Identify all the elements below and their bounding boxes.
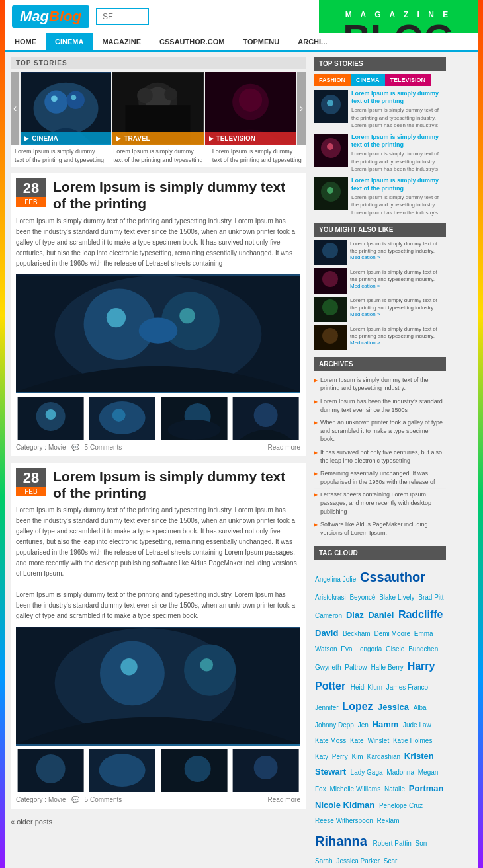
article-1-body: Lorem Ipsum is simply dummy text of the … — [16, 216, 300, 269]
tag[interactable]: Brad Pitt — [418, 594, 443, 601]
tag[interactable]: Winslet — [367, 737, 391, 744]
article-2-main-img — [16, 627, 300, 746]
tag[interactable]: Katie Holmes — [393, 737, 432, 744]
nav-home[interactable]: HOME — [5, 33, 46, 50]
read-more-2[interactable]: Read more — [268, 796, 300, 803]
logo[interactable]: MagBlog — [12, 5, 89, 28]
tag[interactable]: Reese Witherspoon — [315, 817, 375, 824]
tag[interactable]: Kardashian — [367, 753, 402, 760]
older-posts[interactable]: « older posts — [11, 815, 306, 828]
tag[interactable]: Jennifer — [315, 704, 340, 711]
you-might-title: YOU MIGHT ALSO LIKE — [314, 223, 446, 237]
article-2-thumbs — [16, 749, 300, 792]
tag[interactable]: Angelina Jolie — [315, 576, 358, 583]
tag[interactable]: Jude Law — [403, 721, 431, 729]
sidebar-story-1: Lorem Ipsum is simply dummy text of the … — [314, 90, 446, 129]
tag[interactable]: Gisele — [386, 645, 406, 652]
might-link-4[interactable]: Medication » — [350, 340, 446, 346]
tag[interactable]: Cameron — [315, 612, 344, 619]
might-link-1[interactable]: Medication » — [350, 255, 446, 260]
tag[interactable]: Watson — [315, 645, 339, 652]
tag[interactable]: Longoria — [356, 645, 384, 652]
sidebar-thumb-1 — [314, 90, 348, 123]
tab-cinema[interactable]: CINEMA — [351, 74, 385, 86]
tag[interactable]: Madonna — [386, 769, 416, 776]
archives-title: ARCHIVES — [314, 357, 446, 371]
television-label: TELEVISION — [205, 132, 296, 145]
tag[interactable]: Heidi Klum — [351, 684, 384, 691]
tag[interactable]: Kim — [351, 753, 365, 760]
tag[interactable]: Radcliffe — [398, 609, 443, 620]
might-text-4: Lorem Ipsum is simply dummy text of the … — [350, 325, 446, 350]
tag[interactable]: Blake Lively — [379, 594, 416, 601]
featured-television: TELEVISION — [205, 72, 296, 145]
tag[interactable]: James Franco — [386, 684, 428, 691]
might-thumb-2 — [314, 268, 347, 294]
search-box[interactable] — [96, 8, 149, 25]
tag[interactable]: Kate Moss — [315, 737, 348, 744]
sidebar-top-stories-title: TOP STORIES — [314, 57, 446, 71]
tag[interactable]: Beyoncé — [349, 594, 377, 601]
tag[interactable]: Reklam — [377, 817, 400, 824]
might-link-3[interactable]: Medication » — [350, 311, 446, 317]
tag[interactable]: Nicole Kidman — [315, 800, 377, 810]
archives-section: ARCHIVES ▶Lorem Ipsum is simply dummy te… — [314, 357, 446, 540]
article-1-footer: Category : Movie 💬 5 Comments Read more — [16, 444, 300, 451]
svg-point-14 — [238, 89, 261, 112]
tag[interactable]: Alba — [414, 704, 427, 711]
tag[interactable]: Jessica — [378, 702, 412, 712]
svg-point-40 — [36, 754, 66, 783]
tag[interactable]: Beckham — [343, 630, 372, 637]
might-link-2[interactable]: Medication » — [350, 283, 446, 289]
tag[interactable]: Portman — [409, 783, 444, 793]
sidebar-tabs: FASHION CINEMA TELEVISION — [314, 74, 446, 86]
might-text-3: Lorem Ipsum is simply dummy text of the … — [350, 297, 446, 322]
tag[interactable]: Lady Gaga — [351, 769, 385, 776]
tag[interactable]: Jen — [358, 721, 371, 729]
tag[interactable]: Aristokrasi — [315, 594, 347, 601]
tag[interactable]: Gwyneth — [315, 664, 343, 671]
tag[interactable]: Lopez — [342, 701, 376, 712]
tag[interactable]: David — [315, 628, 341, 638]
article-2-body: Lorem Ipsum is simply dummy text of the … — [16, 505, 300, 621]
tag[interactable]: Halle Berry — [371, 664, 405, 671]
nav-magazine[interactable]: MAGAZINE — [93, 33, 150, 50]
tag[interactable]: Eva — [341, 645, 354, 652]
sidebar-story-1-text: Lorem Ipsum is simply dummy text of the … — [351, 90, 446, 129]
nav-topmenu[interactable]: TOPMENU — [234, 33, 288, 50]
tab-television[interactable]: TELEVISION — [385, 74, 431, 86]
tab-fashion[interactable]: FASHION — [314, 74, 351, 86]
tag[interactable]: Daniel — [368, 610, 396, 620]
tag[interactable]: Michelle Williams — [329, 785, 382, 793]
tag[interactable]: Jessica Parker — [336, 857, 381, 865]
search-input[interactable] — [96, 8, 149, 25]
svg-point-5 — [71, 95, 77, 100]
tag[interactable]: Perry — [332, 753, 350, 760]
tag[interactable]: Johnny Depp — [315, 721, 356, 729]
nav-cssauthor[interactable]: CSSAUTHOR.COM — [150, 33, 234, 50]
tag[interactable]: Katy — [315, 753, 330, 760]
tag[interactable]: Penelope Cruz — [379, 802, 423, 809]
tag[interactable]: Demi Moore — [374, 630, 412, 637]
nav-archive[interactable]: ARCHI... — [288, 33, 336, 50]
tag[interactable]: Kate — [350, 737, 365, 744]
read-more-1[interactable]: Read more — [268, 444, 300, 451]
article-1-main-img — [16, 274, 300, 393]
tag[interactable]: Diaz — [346, 610, 366, 620]
tag[interactable]: Bundchen — [408, 645, 438, 652]
tag[interactable]: Scar — [384, 857, 398, 865]
sidebar-story-3: Lorem Ipsum is simply dummy text of the … — [314, 177, 446, 216]
tag[interactable]: Hamm — [373, 719, 401, 729]
tag[interactable]: Cssauthor — [360, 570, 425, 584]
prev-arrow[interactable]: ‹ — [11, 72, 19, 145]
svg-point-3 — [67, 91, 85, 109]
nav-cinema[interactable]: CINEMA — [46, 33, 93, 50]
tag[interactable]: Robert Pattin — [373, 840, 413, 847]
travel-label: TRAVEL — [112, 132, 203, 145]
tag[interactable]: Natalie — [384, 785, 407, 793]
next-arrow[interactable]: › — [297, 72, 306, 145]
svg-point-1 — [34, 83, 99, 134]
tag[interactable]: Emma — [414, 630, 433, 637]
tag[interactable]: Paltrow — [345, 664, 369, 671]
tag[interactable]: Rihanna — [315, 834, 371, 848]
